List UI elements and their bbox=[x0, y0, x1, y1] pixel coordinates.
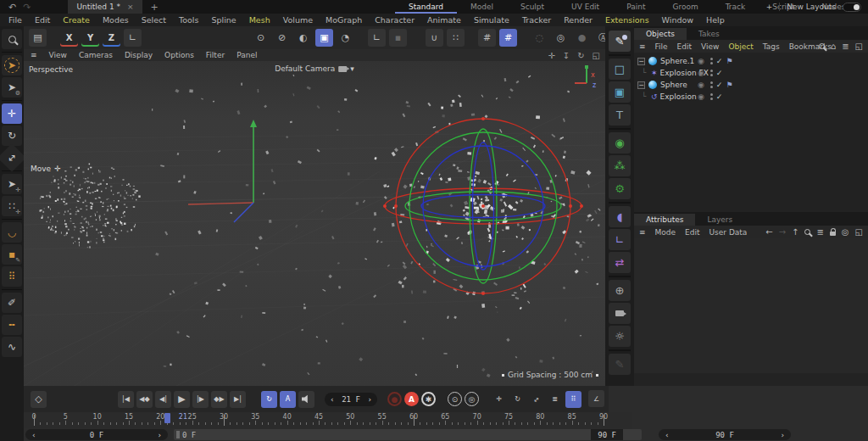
previous-key-button[interactable]: ◀◆ bbox=[136, 391, 153, 408]
collapse-icon[interactable]: − bbox=[637, 58, 645, 65]
am-up-icon[interactable]: ↑ bbox=[792, 227, 798, 237]
keying-settings-button[interactable]: ✱ bbox=[421, 392, 436, 406]
phong-tag-icon[interactable]: ⚑ bbox=[726, 57, 732, 65]
range-end-decrement-icon[interactable]: ‹ bbox=[665, 431, 669, 439]
cube-primitive-icon[interactable]: ▣ bbox=[609, 81, 631, 103]
quantize-button[interactable]: # bbox=[478, 29, 496, 47]
axis-lock-z-button[interactable]: Z bbox=[103, 29, 120, 47]
model-mode-button[interactable]: ▣ bbox=[315, 29, 333, 47]
viewport-maximize-icon[interactable]: ◱ bbox=[593, 51, 600, 60]
range-start-increment-icon[interactable]: › bbox=[158, 431, 161, 439]
swap-arrows-icon[interactable]: ⇄ bbox=[609, 252, 631, 273]
toggle-circle-1[interactable]: ◌ bbox=[531, 29, 548, 47]
camera-selector[interactable]: Default Camera ▾ bbox=[275, 64, 354, 73]
points-mode-button[interactable]: ⊙ bbox=[252, 29, 270, 47]
record-keyframe-button[interactable]: ◇ bbox=[31, 391, 47, 408]
menu-help[interactable]: Help bbox=[706, 15, 725, 25]
om-hamburger-icon[interactable]: ≡ bbox=[639, 42, 646, 51]
sound-button[interactable] bbox=[298, 391, 314, 408]
viewport-pan-icon[interactable]: ✛ bbox=[548, 51, 554, 60]
new-layouts-label[interactable]: New Layouts bbox=[787, 3, 836, 11]
timeline-ruler[interactable]: 051015202530354045505560657075808590 21 bbox=[24, 412, 632, 428]
layer-icon[interactable]: ◉ bbox=[698, 57, 704, 65]
am-menu-mode[interactable]: Mode bbox=[655, 228, 676, 237]
collapse-icon[interactable]: − bbox=[637, 81, 645, 89]
object-axis-mode-button[interactable]: ◔ bbox=[337, 29, 354, 47]
tree-row-sphere1[interactable]: − Sphere.1 ◉ ✓ ⚑ bbox=[634, 55, 868, 67]
quantize-settings-button[interactable]: # bbox=[499, 29, 517, 47]
enable-snap-button[interactable]: ∪ bbox=[426, 29, 443, 47]
vp-menu-view[interactable]: View bbox=[49, 51, 67, 59]
menu-simulate[interactable]: Simulate bbox=[474, 15, 509, 25]
om-menu-object[interactable]: Object bbox=[728, 42, 753, 51]
viewport-hamburger-icon[interactable]: ≡ bbox=[31, 51, 37, 59]
record-rotation-toggle[interactable]: ↻ bbox=[509, 391, 526, 408]
am-search-icon[interactable] bbox=[804, 229, 810, 235]
goto-start-button[interactable]: |◀ bbox=[118, 391, 134, 408]
scatter-tool-icon[interactable]: ⠿ bbox=[2, 266, 22, 287]
layer-icon[interactable]: ◉ bbox=[698, 69, 704, 77]
enable-check-icon[interactable]: ✓ bbox=[716, 69, 723, 77]
new-document-button[interactable]: + bbox=[151, 2, 159, 13]
multi-move-tool-icon[interactable]: ∷✛ bbox=[2, 196, 22, 216]
om-popout-icon[interactable]: ◱ bbox=[855, 42, 863, 51]
am-menu-userdata[interactable]: User Data bbox=[709, 228, 748, 237]
om-menu-file[interactable]: File bbox=[655, 42, 668, 51]
menu-character[interactable]: Character bbox=[375, 15, 415, 25]
subdivision-surface-icon[interactable]: ◉ bbox=[609, 132, 631, 154]
enable-check-icon[interactable]: ✓ bbox=[716, 92, 723, 101]
record-position-toggle[interactable]: ✛ bbox=[491, 391, 507, 408]
world-axis-gizmo[interactable] bbox=[188, 120, 257, 222]
range-end-spinner[interactable]: ‹ 90 F › bbox=[659, 429, 791, 440]
autokey-button[interactable]: A bbox=[404, 392, 419, 406]
workplane-mode-button[interactable]: ▪ bbox=[389, 29, 407, 47]
menu-spline[interactable]: Spline bbox=[211, 15, 236, 25]
make-editable-button[interactable]: ▤ bbox=[29, 29, 47, 47]
field-object-icon[interactable]: ∟ bbox=[609, 229, 631, 250]
live-selection-icon[interactable]: ➤ bbox=[2, 55, 22, 75]
menu-create[interactable]: Create bbox=[63, 15, 90, 25]
sky-environment-icon[interactable]: ⊕ bbox=[609, 280, 631, 301]
vp-menu-panel[interactable]: Panel bbox=[236, 51, 257, 59]
brush-tool-icon[interactable]: ✐ bbox=[2, 293, 22, 313]
menu-window[interactable]: Window bbox=[662, 15, 693, 25]
menu-mograph[interactable]: MoGraph bbox=[326, 15, 362, 25]
menu-select[interactable]: Select bbox=[142, 15, 166, 25]
menu-animate[interactable]: Animate bbox=[427, 15, 461, 25]
menu-mesh[interactable]: Mesh bbox=[249, 15, 270, 25]
visibility-dots[interactable] bbox=[710, 58, 713, 64]
spline-sketch-icon[interactable]: ∿ bbox=[2, 337, 22, 357]
menu-tracker[interactable]: Tracker bbox=[522, 15, 551, 25]
layout-tab-paint[interactable]: Paint bbox=[613, 0, 659, 14]
vp-menu-cameras[interactable]: Cameras bbox=[79, 51, 113, 59]
record-button[interactable]: ● bbox=[387, 392, 402, 406]
toggle-circle-2[interactable]: ◎ bbox=[552, 29, 570, 47]
object-name[interactable]: Sphere.1 bbox=[660, 57, 694, 65]
array-generator-icon[interactable]: ⁂ bbox=[609, 155, 631, 176]
text-object-icon[interactable]: T bbox=[609, 104, 631, 126]
keyframe-presets-button[interactable]: ◎ bbox=[465, 392, 479, 406]
viewport-orbit-icon[interactable]: ↻ bbox=[577, 51, 584, 60]
goto-end-button[interactable]: ▶| bbox=[230, 391, 246, 408]
axis-lock-x-button[interactable]: X bbox=[60, 29, 78, 47]
range-start-decrement-icon[interactable]: ‹ bbox=[32, 431, 36, 439]
menu-edit[interactable]: Edit bbox=[35, 15, 50, 25]
next-key-button[interactable]: ◆▶ bbox=[211, 391, 227, 408]
am-lock-icon[interactable] bbox=[830, 232, 836, 236]
autokey-range-button[interactable]: A bbox=[280, 391, 296, 408]
am-back-icon[interactable]: ← bbox=[765, 227, 772, 237]
plane-primitive-icon[interactable]: □ bbox=[609, 59, 631, 80]
play-button[interactable]: ▶ bbox=[174, 391, 190, 408]
tree-row-explosion-fx[interactable]: └ ✶ Explosion FX ◉ ✓ bbox=[634, 67, 868, 79]
cursor-move-tool-icon[interactable]: ➤✛ bbox=[2, 174, 22, 194]
layout-tab-groom[interactable]: Groom bbox=[659, 0, 711, 14]
am-target-icon[interactable]: ◎ bbox=[842, 227, 849, 237]
viewport-canvas[interactable]: Perspective Default Camera ▾ x z Move✛ G… bbox=[24, 61, 605, 386]
toggle-circle-3[interactable]: ● bbox=[573, 29, 591, 47]
visibility-dots[interactable] bbox=[710, 70, 713, 76]
explosion-falloff-gizmo[interactable] bbox=[383, 117, 583, 295]
add-layout-icon[interactable]: + bbox=[766, 3, 773, 11]
light-object-icon[interactable]: ☼ bbox=[609, 326, 631, 347]
om-search-icon[interactable] bbox=[819, 43, 825, 49]
loop-playback-button[interactable]: ↻ bbox=[261, 391, 277, 408]
